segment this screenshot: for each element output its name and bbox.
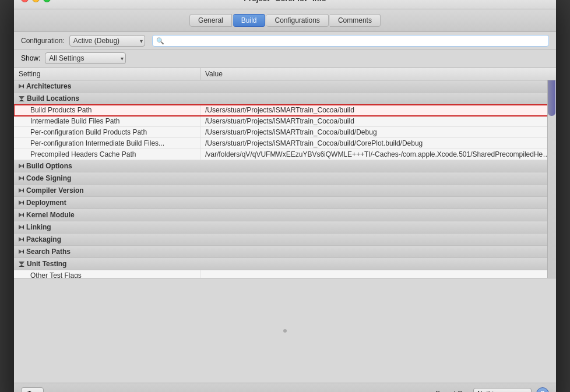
section-compiler-version-label: Compiler Version [14, 185, 200, 196]
tab-build[interactable]: Build [233, 14, 266, 27]
section-deployment[interactable]: Deployment [14, 197, 556, 209]
cell-setting: Other Test Flags [14, 270, 200, 278]
section-linking[interactable]: Linking [14, 221, 556, 234]
section-kernel-module[interactable]: Kernel Module [14, 209, 556, 221]
status-bar: ⚙ ▾ Based On: Nothing ▾ ? [14, 383, 556, 392]
section-architectures-label: Architectures [14, 80, 200, 92]
scroll-indicator [283, 329, 287, 333]
section-search-paths-label: Search Paths [14, 246, 200, 257]
cell-value: /var/folders/qV/qVUFMWxEEzuYBVs6iQWMLE++… [200, 149, 556, 160]
based-on-select-wrapper: Nothing ▾ [473, 388, 532, 393]
cell-setting: Per-configuration Build Products Path [14, 127, 200, 137]
table-row[interactable]: Per-configuration Intermediate Build Fil… [14, 138, 556, 149]
collapse-icon [19, 237, 24, 242]
based-on-label: Based On: [435, 390, 469, 393]
help-button[interactable]: ? [536, 387, 549, 393]
tab-configurations[interactable]: Configurations [266, 14, 328, 27]
section-compiler-version[interactable]: Compiler Version [14, 185, 556, 197]
gear-button[interactable]: ⚙ ▾ [21, 387, 44, 393]
section-packaging-label: Packaging [14, 234, 200, 245]
main-content: Setting Value Architectures Build Locati… [14, 68, 556, 383]
cell-setting: Per-configuration Intermediate Build Fil… [14, 138, 200, 149]
gear-icon: ⚙ [26, 390, 33, 393]
section-deployment-label: Deployment [14, 197, 200, 209]
expand-icon [19, 96, 24, 101]
expand-icon [19, 262, 24, 267]
show-select[interactable]: All Settings Customized Settings [45, 52, 126, 64]
show-label: Show: [21, 54, 40, 62]
cell-setting: Build Products Path [14, 105, 200, 115]
table-row[interactable]: Intermediate Build Files Path /Users/stu… [14, 116, 556, 127]
section-kernel-module-label: Kernel Module [14, 209, 200, 221]
search-input[interactable] [167, 37, 545, 45]
cell-setting: Intermediate Build Files Path [14, 116, 200, 126]
tab-comments[interactable]: Comments [330, 14, 381, 27]
collapse-icon [19, 188, 24, 193]
search-icon: 🔍 [156, 37, 164, 45]
table-row[interactable]: Other Test Flags [14, 270, 556, 278]
section-unit-testing[interactable]: Unit Testing [14, 258, 556, 270]
close-button[interactable] [21, 0, 29, 2]
section-build-options-label: Build Options [14, 160, 200, 172]
cell-value: /Users/stuart/Projects/iSMARTtrain_Cocoa… [200, 138, 556, 149]
minimize-button[interactable] [32, 0, 40, 2]
maximize-button[interactable] [43, 0, 51, 2]
section-architectures[interactable]: Architectures [14, 80, 556, 93]
section-build-locations-label: Build Locations [14, 93, 200, 104]
section-build-options[interactable]: Build Options [14, 160, 556, 172]
table-header: Setting Value [14, 68, 556, 80]
collapse-icon [19, 84, 24, 89]
cell-value: /Users/stuart/Projects/iSMARTtrain_Cocoa… [200, 127, 556, 137]
tab-bar: General Build Configurations Comments [14, 9, 556, 32]
table-row[interactable]: Build Products Path /Users/stuart/Projec… [14, 105, 556, 116]
cell-setting: Precompiled Headers Cache Path [14, 149, 200, 160]
cell-value [200, 270, 556, 278]
configuration-label: Configuration: [21, 37, 65, 45]
section-code-signing-label: Code Signing [14, 172, 200, 184]
bottom-area [14, 278, 556, 383]
based-on-area: Based On: Nothing ▾ ? [435, 387, 549, 393]
show-select-wrapper: All Settings Customized Settings ▾ [45, 52, 126, 64]
section-linking-label: Linking [14, 221, 200, 233]
configuration-row: Configuration: Active (Debug) Debug Rele… [14, 32, 556, 50]
configuration-select-wrapper: Active (Debug) Debug Release ▾ [69, 35, 145, 47]
section-unit-testing-label: Unit Testing [14, 258, 200, 270]
table-wrapper: Setting Value Architectures Build Locati… [14, 68, 556, 278]
cell-value: /Users/stuart/Projects/iSMARTtrain_Cocoa… [200, 105, 556, 115]
titlebar: Project "CorePlot" Info [14, 0, 556, 9]
collapse-icon [19, 176, 24, 181]
scrollbar-track[interactable] [547, 68, 556, 278]
show-row: Show: All Settings Customized Settings ▾ [14, 50, 556, 68]
collapse-icon [19, 225, 24, 229]
tab-general[interactable]: General [189, 14, 232, 27]
section-search-paths[interactable]: Search Paths [14, 246, 556, 258]
collapse-icon [19, 213, 24, 217]
window-title: Project "CorePlot" Info [244, 0, 326, 3]
header-setting: Setting [14, 68, 200, 80]
cell-value: /Users/stuart/Projects/iSMARTtrain_Cocoa… [200, 116, 556, 126]
section-code-signing[interactable]: Code Signing [14, 172, 556, 185]
section-build-locations[interactable]: Build Locations [14, 93, 556, 105]
table-row[interactable]: Precompiled Headers Cache Path /var/fold… [14, 149, 556, 160]
traffic-lights [21, 0, 51, 2]
collapse-icon [19, 249, 24, 254]
gear-dropdown-arrow: ▾ [35, 390, 38, 393]
search-wrapper: 🔍 [152, 35, 549, 47]
based-on-select[interactable]: Nothing [473, 388, 532, 393]
section-packaging[interactable]: Packaging [14, 234, 556, 246]
header-value: Value [200, 68, 556, 80]
table-row[interactable]: Per-configuration Build Products Path /U… [14, 127, 556, 138]
collapse-icon [19, 164, 24, 168]
main-window: Project "CorePlot" Info General Build Co… [14, 0, 556, 392]
configuration-select[interactable]: Active (Debug) Debug Release [69, 35, 145, 47]
collapse-icon [19, 200, 24, 205]
